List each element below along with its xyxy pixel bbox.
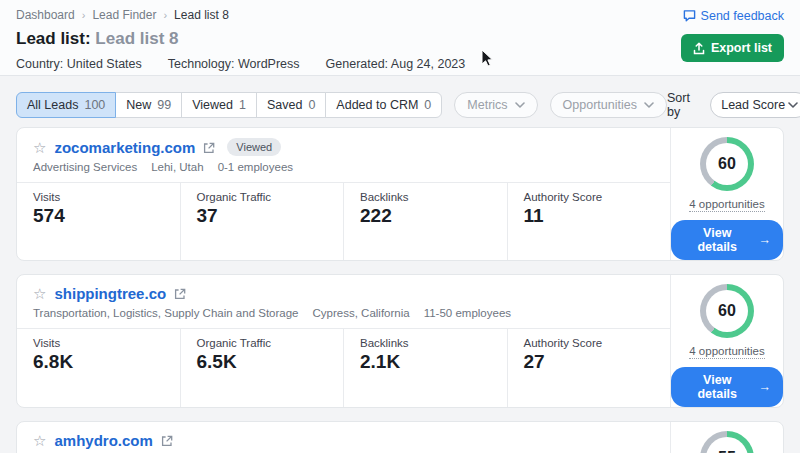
lead-card-main: ☆shippingtree.coTransportation, Logistic…: [17, 275, 670, 407]
lead-info-item: Lehi, Utah: [151, 161, 203, 173]
breadcrumb-lead-finder[interactable]: Lead Finder: [92, 8, 156, 22]
opportunities-dropdown[interactable]: Opportunities: [550, 92, 667, 118]
metric-organic-traffic: Organic Traffic6.5K: [180, 329, 344, 407]
lead-info-item: Advertising Services: [33, 161, 137, 173]
page-title-label: Lead list:: [16, 29, 91, 48]
tab-added-to-crm[interactable]: Added to CRM 0: [325, 92, 442, 118]
breadcrumb-dashboard[interactable]: Dashboard: [16, 8, 75, 22]
lead-info: Transportation, Logistics, Supply Chain …: [33, 307, 654, 319]
sort-select[interactable]: Lead Score: [710, 92, 800, 118]
chevron-down-icon: [644, 102, 654, 108]
metric-value: 27: [524, 351, 655, 373]
lead-card-top: ☆zocomarketing.comViewedAdvertising Serv…: [17, 128, 670, 182]
lead-card-header: ☆amhydro.com: [33, 432, 654, 449]
metric-authority-score: Authority Score27: [507, 329, 671, 407]
tab-count: 99: [157, 98, 171, 112]
lead-score-panel: 604 opportunitiesView details→: [670, 275, 783, 407]
tab-saved[interactable]: Saved 0: [256, 92, 326, 118]
tab-count: 1: [239, 98, 246, 112]
lead-info-item: 0-1 employees: [218, 161, 293, 173]
lead-score-donut: 60: [700, 137, 754, 191]
view-details-label: View details: [683, 226, 752, 254]
lead-score-panel: 604 opportunitiesView details→: [670, 128, 783, 260]
tab-viewed[interactable]: Viewed 1: [181, 92, 257, 118]
metric-authority-score: Authority Score11: [507, 183, 671, 260]
metrics-row: Visits574Organic Traffic37Backlinks222Au…: [17, 182, 670, 260]
lead-card-header: ☆zocomarketing.comViewed: [33, 138, 654, 156]
tab-count: 100: [84, 98, 105, 112]
lead-card-shippingtree.co: ☆shippingtree.coTransportation, Logistic…: [16, 274, 784, 408]
feedback-bubble-icon: [683, 9, 696, 22]
tab-label: Added to CRM: [336, 98, 418, 112]
metric-value: 574: [33, 205, 164, 227]
tab-label: All Leads: [27, 98, 78, 112]
lead-domain-link[interactable]: zocomarketing.com: [54, 139, 195, 156]
filter-country: Country: United States: [16, 57, 142, 71]
breadcrumb-separator: ›: [163, 9, 167, 21]
lead-info-item: 11-50 employees: [424, 307, 511, 319]
metrics-dropdown[interactable]: Metrics: [454, 92, 537, 118]
lead-score-value: 55: [706, 437, 748, 453]
external-link-icon[interactable]: [174, 288, 186, 300]
opportunities-link[interactable]: 4 opportunities: [689, 198, 764, 212]
metric-value: 222: [360, 205, 491, 227]
export-list-button[interactable]: Export list: [681, 34, 784, 62]
lead-card-header: ☆shippingtree.co: [33, 285, 654, 302]
metric-label: Authority Score: [524, 191, 655, 203]
metric-value: 2.1K: [360, 351, 491, 373]
lead-cards-list: ☆zocomarketing.comViewedAdvertising Serv…: [0, 120, 800, 453]
lead-info-item: Transportation, Logistics, Supply Chain …: [33, 307, 299, 319]
lead-card-main: ☆amhydro.comFarmingArcata, CA11-50 emplo…: [17, 422, 670, 453]
lead-card-top: ☆shippingtree.coTransportation, Logistic…: [17, 275, 670, 328]
metric-value: 6.8K: [33, 351, 164, 373]
page-title: Lead list: Lead list 8: [16, 29, 784, 49]
tab-all-leads[interactable]: All Leads 100: [16, 92, 116, 118]
tab-count: 0: [424, 98, 431, 112]
view-details-button[interactable]: View details→: [671, 367, 783, 407]
lead-score-panel: 553 opportunitiesView details→: [670, 422, 783, 453]
favorite-star-icon[interactable]: ☆: [33, 140, 46, 155]
opportunities-link[interactable]: 4 opportunities: [689, 345, 764, 359]
tab-label: Viewed: [192, 98, 233, 112]
metric-label: Organic Traffic: [197, 337, 328, 349]
sort-by-label: Sort by: [667, 91, 702, 119]
sort-selected-value: Lead Score: [721, 98, 785, 112]
favorite-star-icon[interactable]: ☆: [33, 433, 46, 448]
viewed-badge: Viewed: [227, 138, 281, 156]
breadcrumb: Dashboard › Lead Finder › Lead list 8: [16, 8, 784, 22]
lead-domain-link[interactable]: shippingtree.co: [54, 285, 166, 302]
tab-count: 0: [308, 98, 315, 112]
chevron-down-icon: [788, 102, 798, 108]
tab-label: Saved: [267, 98, 302, 112]
lead-card-main: ☆zocomarketing.comViewedAdvertising Serv…: [17, 128, 670, 260]
breadcrumb-current: Lead list 8: [174, 8, 229, 22]
view-details-label: View details: [683, 373, 752, 401]
filter-technology: Technology: WordPress: [168, 57, 300, 71]
tab-label: New: [126, 98, 151, 112]
lead-score-donut: 55: [700, 431, 754, 453]
favorite-star-icon[interactable]: ☆: [33, 286, 46, 301]
page-header: Dashboard › Lead Finder › Lead list 8 Le…: [0, 0, 800, 76]
metric-label: Backlinks: [360, 191, 491, 203]
metric-label: Authority Score: [524, 337, 655, 349]
metric-backlinks: Backlinks2.1K: [343, 329, 507, 407]
lead-card-amhydro.com: ☆amhydro.comFarmingArcata, CA11-50 emplo…: [16, 421, 784, 453]
lead-domain-link[interactable]: amhydro.com: [54, 432, 152, 449]
send-feedback-label: Send feedback: [701, 9, 784, 23]
leads-toolbar: All Leads 100 New 99 Viewed 1 Saved 0 Ad…: [0, 76, 800, 120]
lead-status-tabs: All Leads 100 New 99 Viewed 1 Saved 0 Ad…: [16, 92, 442, 118]
metric-label: Organic Traffic: [197, 191, 328, 203]
view-details-button[interactable]: View details→: [671, 220, 783, 260]
external-link-icon[interactable]: [161, 435, 173, 447]
tab-new[interactable]: New 99: [115, 92, 182, 118]
lead-info-item: Cypress, California: [313, 307, 410, 319]
external-link-icon[interactable]: [203, 142, 215, 154]
lead-info: Advertising ServicesLehi, Utah0-1 employ…: [33, 161, 654, 173]
metrics-dropdown-label: Metrics: [467, 98, 507, 112]
send-feedback-link[interactable]: Send feedback: [683, 9, 784, 23]
chevron-down-icon: [515, 102, 525, 108]
page-title-value: Lead list 8: [95, 29, 178, 48]
opportunities-dropdown-label: Opportunities: [563, 98, 637, 112]
metric-visits: Visits6.8K: [17, 329, 180, 407]
export-upload-icon: [693, 42, 705, 55]
